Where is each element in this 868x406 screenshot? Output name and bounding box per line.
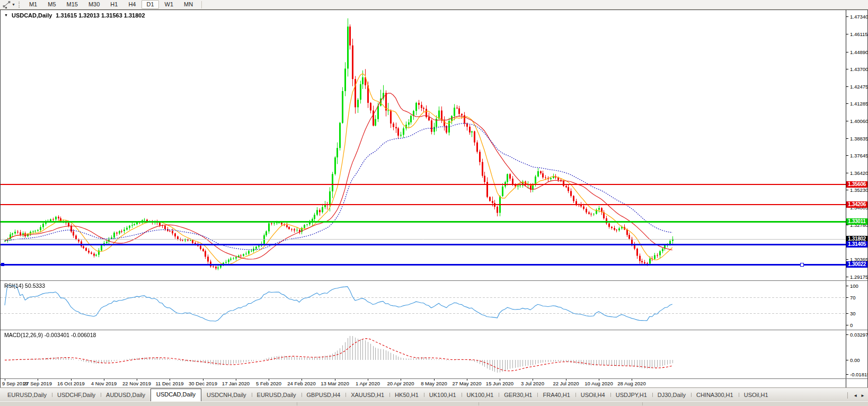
chart-tab-uk100-h1[interactable]: UK100,H1 bbox=[424, 389, 462, 401]
chart-tab-bar: EURUSD,DailyUSDCHF,DailyAUDUSD,DailyUSDC… bbox=[0, 387, 868, 401]
date-axis-corner bbox=[846, 379, 867, 387]
timeframe-button-h4[interactable]: H4 bbox=[123, 0, 140, 9]
trendline-tool-icon bbox=[3, 1, 11, 8]
macd-pane: MACD(12,26,9) -0.003401 -0.006018 0.0329… bbox=[1, 330, 867, 379]
chart-tab-usdcnh-daily[interactable]: USDCNH,Daily bbox=[201, 389, 252, 401]
chart-tab-usdjpy-h1[interactable]: USDJPY,H1 bbox=[610, 389, 652, 401]
chart-tab-usdcad-daily[interactable]: USDCAD,Daily bbox=[150, 389, 201, 401]
price-axis[interactable]: 1.473401.461151.448901.437001.424751.412… bbox=[846, 10, 867, 280]
timeframe-button-w1[interactable]: W1 bbox=[160, 0, 179, 9]
timeframe-button-group: M1M5M15M30H1H4D1W1MN bbox=[24, 0, 198, 9]
chart-symbol-dropdown-icon[interactable]: ▼ bbox=[4, 13, 8, 18]
tab-scroll-left-button[interactable]: ◄ bbox=[853, 393, 857, 398]
price-axis-tick: 1.37645 bbox=[846, 153, 868, 158]
tab-scroll-buttons: ◄► bbox=[844, 392, 868, 401]
status-separator bbox=[297, 402, 297, 405]
top-toolbar: ▼ M1M5M15M30H1H4D1W1MN bbox=[0, 0, 868, 10]
date-axis-label: 10 Aug 2020 bbox=[584, 381, 613, 386]
date-axis-label: 1 Apr 2020 bbox=[356, 381, 380, 386]
chart-tab-eurusd-daily[interactable]: EURUSD,Daily bbox=[252, 389, 302, 401]
timeframe-button-m1[interactable]: M1 bbox=[24, 0, 42, 9]
tab-scroll-right-button[interactable]: ► bbox=[861, 393, 865, 398]
date-axis-label: 11 Dec 2019 bbox=[155, 381, 183, 386]
chart-tab-xauusd-h1[interactable]: XAUUSD,H1 bbox=[346, 389, 389, 401]
date-axis-label: 27 Sep 2019 bbox=[23, 381, 52, 386]
chart-tab-uk100-h1[interactable]: UK100,H1 bbox=[462, 389, 499, 401]
status-bar bbox=[0, 401, 868, 406]
date-axis-label: 16 Oct 2019 bbox=[57, 381, 85, 386]
date-axis-label: 17 Jan 2020 bbox=[222, 381, 250, 386]
chart-symbol-period: USDCAD,Daily bbox=[12, 12, 52, 19]
date-axis-label: 20 Apr 2020 bbox=[387, 381, 414, 386]
date-axis-label: 13 Mar 2020 bbox=[321, 381, 349, 386]
rsi-pane: RSI(14) 50.5333 10070300 bbox=[1, 281, 867, 330]
timeframe-button-m5[interactable]: M5 bbox=[43, 0, 60, 9]
rsi-axis-tick: 30 bbox=[846, 311, 856, 316]
date-axis-label: 15 Jun 2020 bbox=[486, 381, 513, 386]
status-separator bbox=[642, 402, 643, 405]
chart-tab-hk50-h1[interactable]: HK50,H1 bbox=[389, 389, 424, 401]
price-axis-tick: 1.40060 bbox=[846, 118, 868, 124]
rsi-axis-tick: 0 bbox=[846, 322, 853, 328]
chart-tab-china300-h1[interactable]: CHINA300,H1 bbox=[691, 389, 739, 401]
date-axis-label: 28 Aug 2020 bbox=[617, 381, 645, 386]
date-axis-label: 3 Jul 2020 bbox=[521, 381, 544, 386]
price-axis-tick: 1.43700 bbox=[846, 66, 868, 72]
timeframe-button-m15[interactable]: M15 bbox=[62, 0, 83, 9]
price-axis-tick: 1.47340 bbox=[846, 14, 868, 20]
price-chart-canvas[interactable] bbox=[1, 10, 846, 280]
chart-tab-eurusd-daily[interactable]: EURUSD,Daily bbox=[2, 389, 52, 401]
draw-tool-button[interactable]: ▼ bbox=[2, 1, 16, 9]
price-axis-tick: 1.35230 bbox=[846, 187, 868, 193]
date-axis-label: 8 May 2020 bbox=[421, 381, 447, 386]
chart-title: ▼ USDCAD,Daily 1.31615 1.32013 1.31563 1… bbox=[4, 12, 145, 19]
chart-tab-audusd-daily[interactable]: AUDUSD,Daily bbox=[101, 389, 150, 401]
price-line-tag: 1.31405 bbox=[846, 241, 867, 248]
macd-canvas[interactable] bbox=[1, 330, 846, 378]
macd-axis[interactable]: 0.0329720.00-0.018154 bbox=[846, 330, 867, 378]
date-axis-label: 5 Feb 2020 bbox=[256, 381, 281, 386]
date-axis-label: 27 May 2020 bbox=[453, 381, 482, 386]
date-axis-label: 30 Dec 2019 bbox=[189, 381, 217, 386]
date-axis-label: 22 Nov 2019 bbox=[122, 381, 151, 386]
price-line-tag: 1.35606 bbox=[846, 181, 867, 188]
chart-tab-dj30-daily[interactable]: DJ30,Daily bbox=[652, 389, 691, 401]
price-line-tag: 1.33011 bbox=[846, 218, 867, 225]
date-axis-label: 4 Nov 2019 bbox=[91, 381, 117, 386]
status-separator bbox=[479, 402, 479, 405]
date-axis[interactable]: 9 Sep 201927 Sep 201916 Oct 20194 Nov 20… bbox=[1, 379, 867, 387]
chart-tab-ger30-h1[interactable]: GER30,H1 bbox=[499, 389, 537, 401]
timeframe-button-mn[interactable]: MN bbox=[179, 0, 198, 9]
rsi-axis-tick: 100 bbox=[846, 283, 858, 289]
rsi-canvas[interactable] bbox=[1, 281, 846, 330]
macd-axis-tick: 0.032972 bbox=[846, 332, 868, 338]
rsi-label: RSI(14) 50.5333 bbox=[4, 283, 45, 289]
macd-axis-tick: -0.018154 bbox=[846, 372, 868, 377]
chart-tab-fra40-h1[interactable]: FRA40,H1 bbox=[537, 389, 575, 401]
date-axis-label: 24 Feb 2020 bbox=[287, 381, 315, 386]
chart-window: ▼ USDCAD,Daily 1.31615 1.32013 1.31563 1… bbox=[0, 10, 868, 387]
chart-tab-usoil-h4[interactable]: USOil,H4 bbox=[575, 389, 610, 401]
timeframe-button-h1[interactable]: H1 bbox=[105, 0, 122, 9]
chart-tab-usoil-h1[interactable]: USOil,H1 bbox=[739, 389, 774, 401]
price-axis-tick: 1.42475 bbox=[846, 84, 868, 90]
rsi-axis-tick: 70 bbox=[846, 295, 856, 301]
price-axis-tick: 1.44890 bbox=[846, 49, 868, 55]
chart-tab-gbpusd-h4[interactable]: GBPUSD,H4 bbox=[302, 389, 346, 401]
toolbar-separator bbox=[201, 1, 202, 8]
price-line-tag: 1.34206 bbox=[846, 201, 867, 208]
dropdown-caret-icon: ▼ bbox=[12, 3, 15, 6]
price-line-tag: 1.30022 bbox=[846, 261, 867, 268]
rsi-axis[interactable]: 10070300 bbox=[846, 281, 867, 330]
toolbar-grip[interactable] bbox=[19, 2, 21, 8]
price-axis-tick: 1.38835 bbox=[846, 136, 868, 142]
macd-axis-tick: 0.00 bbox=[846, 357, 860, 363]
price-axis-tick: 1.29175 bbox=[846, 274, 868, 280]
chart-tab-usdchf-daily[interactable]: USDCHF,Daily bbox=[52, 389, 101, 401]
price-axis-tick: 1.46115 bbox=[846, 31, 868, 37]
price-pane: ▼ USDCAD,Daily 1.31615 1.32013 1.31563 1… bbox=[1, 10, 867, 281]
date-axis-label: 22 Jul 2020 bbox=[553, 381, 579, 386]
timeframe-button-d1[interactable]: D1 bbox=[141, 0, 158, 9]
timeframe-button-m30[interactable]: M30 bbox=[84, 0, 104, 9]
macd-label: MACD(12,26,9) -0.003401 -0.006018 bbox=[4, 332, 96, 338]
